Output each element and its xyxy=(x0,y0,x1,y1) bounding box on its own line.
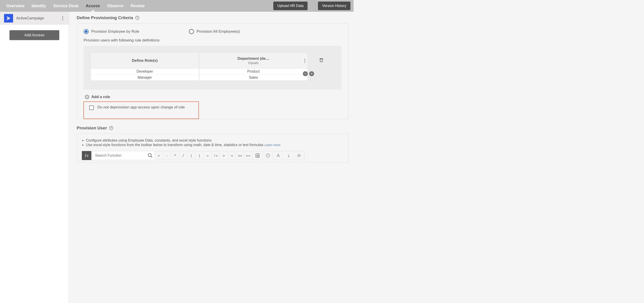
radio-icon xyxy=(189,29,194,34)
table-row[interactable]: Manager xyxy=(91,74,199,80)
column-menu[interactable] xyxy=(304,58,305,63)
deprovision-checkbox[interactable] xyxy=(89,106,94,110)
kebab-icon xyxy=(62,16,63,20)
sidebar-app-name: ActiveCampaign xyxy=(16,16,58,20)
learn-more-link[interactable]: Learn more xyxy=(264,143,280,147)
top-tabs: Overview Identity Service Desk Access Ob… xyxy=(6,0,144,12)
kebab-icon xyxy=(304,58,305,63)
radio-all-label: Provision All Employee(s) xyxy=(197,29,240,34)
provision-bullet: Configure attributes using Employee Data… xyxy=(86,138,344,142)
clock-icon[interactable] xyxy=(263,151,273,160)
radio-by-role[interactable]: Provision Employee by Role xyxy=(84,29,139,34)
calc-icon[interactable] xyxy=(252,151,263,160)
rule-box: Define Role(s) Developer Manager Departm… xyxy=(84,46,342,90)
activecampaign-logo-icon xyxy=(4,14,13,22)
tab-identity[interactable]: Identity xyxy=(32,0,46,12)
help-icon[interactable]: ? xyxy=(109,126,113,130)
table-row[interactable]: Product xyxy=(199,68,308,74)
tab-observe[interactable]: Observe xyxy=(107,0,123,12)
sidebar-app-menu[interactable] xyxy=(61,16,65,20)
op-mult[interactable]: * xyxy=(171,151,179,160)
upload-hr-data-button[interactable]: Upload HR Data xyxy=(273,2,308,10)
add-access-button[interactable]: Add Access xyxy=(10,30,59,40)
rule-col-department: Department (de… Equals Product Sales xyxy=(199,52,308,81)
tab-service-desk[interactable]: Service Desk xyxy=(53,0,78,12)
op-gte[interactable]: >= xyxy=(244,151,252,160)
rule-col-roles: Define Role(s) Developer Manager xyxy=(90,52,199,81)
op-plus[interactable]: + xyxy=(155,151,163,160)
table-row[interactable]: Developer xyxy=(91,68,199,74)
text-icon[interactable] xyxy=(273,151,284,160)
op-neq[interactable]: != xyxy=(212,151,220,160)
function-toolbar: ƒx + - * / ( ) = != > < xyxy=(82,151,344,160)
trash-icon[interactable] xyxy=(319,58,324,63)
rule-caption: Provision users with following rule defi… xyxy=(84,38,342,42)
op-div[interactable]: / xyxy=(179,151,188,160)
main-content: Define Provisioning Criteria ? Provision… xyxy=(69,12,354,303)
col-dept-title: Department (de… xyxy=(238,56,270,61)
criteria-panel: Provision Employee by Role Provision All… xyxy=(77,24,348,119)
search-icon xyxy=(148,153,153,158)
remove-row-button[interactable]: − xyxy=(303,71,308,76)
tab-access[interactable]: Access xyxy=(86,0,100,12)
op-eq[interactable]: = xyxy=(204,151,212,160)
op-gt[interactable]: > xyxy=(220,151,228,160)
col-dept-operator: Equals xyxy=(238,61,270,65)
tab-review[interactable]: Review xyxy=(130,0,144,12)
sidebar: ActiveCampaign Add Access xyxy=(0,12,69,303)
version-history-button[interactable]: Version History xyxy=(318,2,350,10)
tab-overview[interactable]: Overview xyxy=(6,0,24,12)
info-icon[interactable] xyxy=(284,151,294,160)
criteria-title: Define Provisioning Criteria xyxy=(77,15,133,20)
sidebar-app-row[interactable]: ActiveCampaign xyxy=(0,12,69,25)
provision-heading: Provision User ? xyxy=(77,126,348,130)
add-rule[interactable]: + Add a rule xyxy=(85,95,342,99)
deprovision-label: Do not deprovision app access upon chang… xyxy=(98,105,185,110)
provision-title: Provision User xyxy=(77,126,107,130)
plus-circle-icon: + xyxy=(85,95,89,99)
search-input[interactable] xyxy=(92,151,155,160)
radio-by-role-label: Provision Employee by Role xyxy=(91,29,139,34)
top-nav: Overview Identity Service Desk Access Ob… xyxy=(0,0,354,12)
add-rule-label: Add a rule xyxy=(91,95,110,99)
svg-point-0 xyxy=(148,154,151,157)
svg-point-3 xyxy=(288,154,289,154)
svg-point-4 xyxy=(298,155,300,156)
col-roles-title: Define Role(s) xyxy=(132,58,158,63)
op-minus[interactable]: - xyxy=(163,151,171,160)
op-lte[interactable]: <= xyxy=(236,151,244,160)
deprovision-option: Do not deprovision app access upon chang… xyxy=(84,102,199,119)
add-row-button[interactable]: + xyxy=(309,71,314,76)
help-icon[interactable]: ? xyxy=(135,16,139,20)
op-lparen[interactable]: ( xyxy=(188,151,196,160)
gear-burst-icon[interactable] xyxy=(294,151,304,160)
provision-bullet: Use excel-style functions from the toolb… xyxy=(86,143,344,147)
fx-icon[interactable]: ƒx xyxy=(82,151,91,160)
provision-panel: Configure attributes using Employee Data… xyxy=(77,134,348,162)
radio-icon xyxy=(84,29,88,34)
table-row[interactable]: Sales xyxy=(199,74,308,80)
radio-all-employees[interactable]: Provision All Employee(s) xyxy=(189,29,240,34)
op-rparen[interactable]: ) xyxy=(196,151,204,160)
criteria-heading: Define Provisioning Criteria ? xyxy=(77,15,348,20)
op-lt[interactable]: < xyxy=(228,151,236,160)
